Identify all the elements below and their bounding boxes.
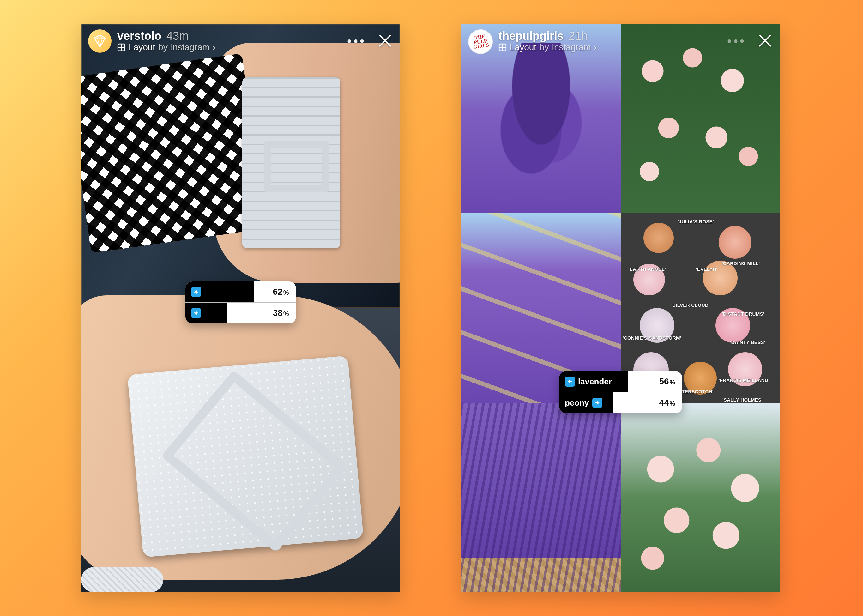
rose-label: 'EARTH ANGEL'	[628, 266, 666, 272]
story-image-bottom	[81, 308, 400, 592]
story-image-grid: 'JULIA'S ROSE' 'CARDING MILL' 'EARTH ANG…	[461, 24, 780, 592]
rose-label: 'CONNIE'S SANDSTORM'	[622, 335, 681, 341]
layout-by-prefix: by	[539, 42, 549, 52]
chevron-right-icon: ›	[213, 43, 216, 52]
poll-option-1[interactable]: 62%	[185, 281, 296, 302]
close-icon	[757, 33, 773, 49]
layout-icon	[117, 43, 126, 52]
arrow-right-icon	[592, 398, 602, 408]
arrow-down-icon	[191, 308, 201, 318]
poll-option-2[interactable]: peony 44%	[559, 392, 682, 413]
poll-option-label: peony	[565, 398, 589, 408]
story-header: verstolo 43m Layout by instagram › •••	[81, 24, 400, 67]
rose-label: 'DAINTY BESS'	[730, 339, 766, 345]
close-icon	[377, 33, 393, 49]
arrow-up-icon	[191, 287, 201, 297]
poll-option-label: lavender	[578, 377, 612, 387]
chevron-right-icon: ›	[594, 43, 597, 52]
poll-widget: 62% 38%	[185, 281, 296, 324]
close-button[interactable]	[757, 33, 773, 49]
rose-label: 'JULIA'S ROSE'	[678, 219, 714, 224]
rose-label: 'EVELYN'	[696, 266, 717, 272]
avatar[interactable]	[88, 29, 112, 53]
poll-option-2[interactable]: 38%	[185, 302, 296, 324]
username[interactable]: verstolo	[117, 29, 162, 42]
layout-label: Layout	[510, 42, 536, 52]
poll-option-percent: 44%	[652, 398, 682, 408]
grid-cell-peony-field	[621, 403, 780, 592]
arrow-left-icon	[565, 377, 575, 387]
grid-cell-lavender-basket	[461, 403, 621, 592]
poll-option-percent: 62%	[266, 287, 296, 297]
rose-label: 'DISTANT DRUMS'	[722, 311, 764, 316]
layout-attribution[interactable]: Layout by instagram ›	[498, 42, 597, 52]
rose-label: 'CARDING MILL'	[722, 261, 760, 266]
poll-option-percent: 56%	[652, 377, 682, 387]
timestamp: 43m	[167, 29, 189, 42]
story-card-thepulpgirls[interactable]: 'JULIA'S ROSE' 'CARDING MILL' 'EARTH ANG…	[461, 24, 780, 592]
poll-widget: lavender 56% peony 44%	[559, 371, 682, 413]
story-card-verstolo[interactable]: verstolo 43m Layout by instagram › •••	[81, 24, 400, 592]
layout-by: instagram	[552, 42, 591, 52]
layout-icon	[498, 43, 507, 52]
rose-label: 'FRANCIS MEILLAND'	[718, 377, 770, 383]
more-options-button[interactable]: •••	[347, 29, 366, 53]
close-button[interactable]	[377, 33, 393, 49]
avatar[interactable]: THEPULPGIRLS	[468, 29, 493, 54]
layout-by-prefix: by	[158, 42, 168, 52]
avatar-logo: THEPULPGIRLS	[469, 30, 492, 53]
story-header: THEPULPGIRLS thepulpgirls 21h Layout by …	[461, 24, 780, 67]
diamond-icon	[93, 34, 107, 48]
more-options-button[interactable]: •••	[727, 29, 746, 53]
rose-label: 'SILVER CLOUD'	[671, 302, 710, 308]
username[interactable]: thepulpgirls	[498, 29, 564, 42]
poll-option-percent: 38%	[266, 308, 296, 318]
poll-option-1[interactable]: lavender 56%	[559, 371, 682, 392]
layout-label: Layout	[129, 42, 155, 52]
rose-label: 'SALLY HOLMES'	[722, 397, 762, 402]
layout-by: instagram	[171, 42, 210, 52]
timestamp: 21h	[569, 29, 588, 42]
layout-attribution[interactable]: Layout by instagram ›	[117, 42, 215, 52]
